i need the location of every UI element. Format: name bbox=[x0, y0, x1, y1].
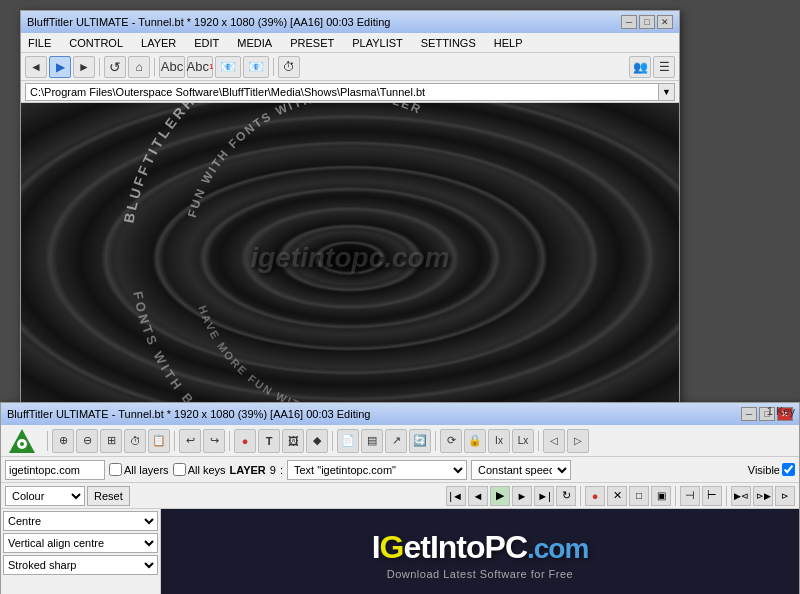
forward-button[interactable]: ► bbox=[73, 56, 95, 78]
reset-button[interactable]: Reset bbox=[87, 486, 130, 506]
zoom-out-button[interactable]: ⊖ bbox=[76, 429, 98, 453]
banner-letter-et: et bbox=[403, 529, 429, 565]
speed-select[interactable]: Constant speed bbox=[471, 460, 571, 480]
rotate-button[interactable]: 🔄 bbox=[409, 429, 431, 453]
notification-3[interactable]: 📧 bbox=[215, 56, 241, 78]
people-button[interactable]: 👥 bbox=[629, 56, 651, 78]
app-logo bbox=[5, 427, 39, 455]
bottom-title-bar: BluffTitler ULTIMATE - Tunnel.bt * 1920 … bbox=[1, 403, 799, 425]
goto-end-button[interactable]: ►| bbox=[534, 486, 554, 506]
vertical-align-select[interactable]: Vertical align centre bbox=[3, 533, 158, 553]
all-keys-checkbox[interactable] bbox=[173, 463, 186, 476]
controls-row: All layers All keys LAYER 9 : Text "iget… bbox=[1, 457, 799, 483]
address-dropdown-button[interactable]: ▼ bbox=[659, 83, 675, 101]
prev-key-button[interactable]: ⊣ bbox=[680, 486, 700, 506]
menu-button[interactable]: ☰ bbox=[653, 56, 675, 78]
toolbar-sep-3 bbox=[229, 431, 230, 451]
bottom-window: BluffTitler ULTIMATE - Tunnel.bt * 1920 … bbox=[0, 402, 800, 594]
visible-checkbox[interactable] bbox=[782, 463, 795, 476]
doc-button[interactable]: 📄 bbox=[337, 429, 359, 453]
stroke-select[interactable]: Stroked sharp bbox=[3, 555, 158, 575]
playback-controls-row: Colour Reset |◄ ◄ ▶ ► ►| ↻ ● ✕ □ ▣ ⊣ ⊢ ▶… bbox=[1, 483, 799, 509]
menu-edit[interactable]: EDIT bbox=[191, 36, 222, 50]
layer-select[interactable]: Text "igetintopc.com" bbox=[287, 460, 467, 480]
text-value-input[interactable] bbox=[5, 460, 105, 480]
menu-playlist[interactable]: PLAYLIST bbox=[349, 36, 406, 50]
menu-preset[interactable]: PRESET bbox=[287, 36, 337, 50]
top-window-title: BluffTitler ULTIMATE - Tunnel.bt * 1920 … bbox=[27, 16, 390, 28]
left-panel: Centre Vertical align centre Stroked sha… bbox=[1, 509, 161, 594]
next-frame-button[interactable]: ► bbox=[512, 486, 532, 506]
svg-text:FONTS WITH BLUFFTITLERHAVE MOR: FONTS WITH BLUFFTITLERHAVE MORE bbox=[130, 290, 382, 413]
prev-frame-button[interactable]: ◄ bbox=[468, 486, 488, 506]
extra-btn-3[interactable]: ◁ bbox=[543, 429, 565, 453]
clock-tool-button[interactable]: ⏱ bbox=[124, 429, 146, 453]
frame-button[interactable]: ⊞ bbox=[100, 429, 122, 453]
address-bar: ▼ bbox=[21, 81, 679, 103]
maximize-button[interactable]: □ bbox=[639, 15, 655, 29]
lock-button[interactable]: 🔒 bbox=[464, 429, 486, 453]
goto-start-button[interactable]: |◄ bbox=[446, 486, 466, 506]
delete-key-button[interactable]: ✕ bbox=[607, 486, 627, 506]
minimize-button[interactable]: ─ bbox=[621, 15, 637, 29]
shape-tool-button[interactable]: ◆ bbox=[306, 429, 328, 453]
image-tool-button[interactable]: 🖼 bbox=[282, 429, 304, 453]
menu-help[interactable]: HELP bbox=[491, 36, 526, 50]
redo-button[interactable]: ↪ bbox=[203, 429, 225, 453]
menu-layer[interactable]: LAYER bbox=[138, 36, 179, 50]
extra-btn-1[interactable]: Ix bbox=[488, 429, 510, 453]
back-button[interactable]: ◄ bbox=[25, 56, 47, 78]
svg-text:FUN WITH FONTS WITH BLUFFTITLE: FUN WITH FONTS WITH BLUFFTITLER bbox=[185, 103, 424, 219]
menu-settings[interactable]: SETTINGS bbox=[418, 36, 479, 50]
all-layers-label: All layers bbox=[124, 464, 169, 476]
menu-media[interactable]: MEDIA bbox=[234, 36, 275, 50]
all-layers-checkbox[interactable] bbox=[109, 463, 122, 476]
copy-button[interactable]: 📋 bbox=[148, 429, 170, 453]
layers-button[interactable]: ▤ bbox=[361, 429, 383, 453]
extra-btn-4[interactable]: ▷ bbox=[567, 429, 589, 453]
play-button[interactable]: ▶ bbox=[49, 56, 71, 78]
undo-button[interactable]: ↩ bbox=[179, 429, 201, 453]
extra-btn-2[interactable]: Lx bbox=[512, 429, 534, 453]
close-button[interactable]: ✕ bbox=[657, 15, 673, 29]
keyframe-btn-1[interactable]: □ bbox=[629, 486, 649, 506]
notification-1[interactable]: Abc bbox=[159, 56, 185, 78]
bottom-window-title: BluffTitler ULTIMATE - Tunnel.bt * 1920 … bbox=[7, 408, 370, 420]
toolbar-sep-5 bbox=[435, 431, 436, 451]
refresh-button[interactable]: ↺ bbox=[104, 56, 126, 78]
bottom-minimize-button[interactable]: ─ bbox=[741, 407, 757, 421]
right-panel: IGetIntoPC.com Download Latest Software … bbox=[161, 509, 799, 594]
toolbar-sep-4 bbox=[332, 431, 333, 451]
record-button[interactable]: ● bbox=[234, 429, 256, 453]
text-tool-button[interactable]: T bbox=[258, 429, 280, 453]
record-key-button[interactable]: ● bbox=[585, 486, 605, 506]
toolbar-sep-2 bbox=[174, 431, 175, 451]
zoom-in-button[interactable]: ⊕ bbox=[52, 429, 74, 453]
trim-end-button[interactable]: ⊳▶ bbox=[753, 486, 773, 506]
separator-3 bbox=[273, 58, 274, 76]
notification-4[interactable]: 📧 bbox=[243, 56, 269, 78]
banner-letter-i: I bbox=[372, 529, 380, 565]
notification-2[interactable]: Abc1 bbox=[187, 56, 213, 78]
menu-file[interactable]: FILE bbox=[25, 36, 54, 50]
loop-button[interactable]: ↻ bbox=[556, 486, 576, 506]
trim-start-button[interactable]: ▶⊲ bbox=[731, 486, 751, 506]
clock-button[interactable]: ⏱ bbox=[278, 56, 300, 78]
link-button[interactable]: ↗ bbox=[385, 429, 407, 453]
align-select[interactable]: Centre bbox=[3, 511, 158, 531]
bottom-toolbar-row1: ⊕ ⊖ ⊞ ⏱ 📋 ↩ ↪ ● T 🖼 ◆ 📄 ▤ ↗ 🔄 ⟳ 🔒 Ix Lx … bbox=[1, 425, 799, 457]
top-window-controls: ─ □ ✕ bbox=[621, 15, 673, 29]
home-button[interactable]: ⌂ bbox=[128, 56, 150, 78]
play-pause-button[interactable]: ▶ bbox=[490, 486, 510, 506]
address-input[interactable] bbox=[25, 83, 659, 101]
cycle-button[interactable]: ⟳ bbox=[440, 429, 462, 453]
colour-select[interactable]: Colour bbox=[5, 486, 85, 506]
top-menu-bar: FILE CONTROL LAYER EDIT MEDIA PRESET PLA… bbox=[21, 33, 679, 53]
all-keys-checkbox-label: All keys bbox=[173, 463, 226, 476]
keyframe-btn-2[interactable]: ▣ bbox=[651, 486, 671, 506]
extra-key-btn[interactable]: ⊳ bbox=[775, 486, 795, 506]
pb-sep-2 bbox=[675, 486, 676, 506]
next-key-button[interactable]: ⊢ bbox=[702, 486, 722, 506]
menu-control[interactable]: CONTROL bbox=[66, 36, 126, 50]
visible-checkbox-label: Visible bbox=[748, 463, 795, 476]
